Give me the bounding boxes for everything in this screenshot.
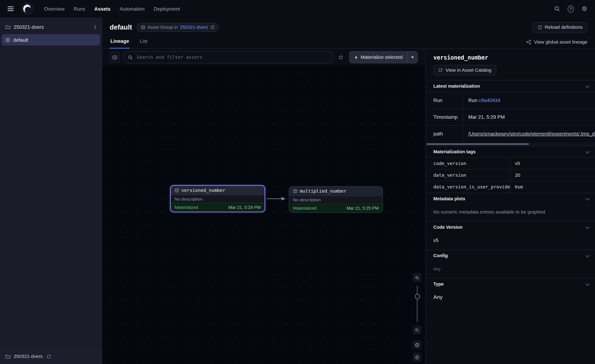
lineage-toolbar: Materialize selected — [102, 49, 425, 66]
external-link-icon — [438, 68, 443, 72]
path-link[interactable]: /Users/smackesey/stm/code/elementl/exper… — [468, 131, 595, 136]
materialize-dropdown-button[interactable] — [407, 52, 418, 63]
asset-node-status: Materialized — [293, 206, 316, 210]
dagster-logo-icon[interactable] — [21, 3, 34, 15]
toggle-sidebar-panel-button[interactable] — [110, 52, 120, 63]
refresh-graph-button[interactable] — [336, 53, 345, 62]
asset-group-badge: Asset Group in 250321-dvers — [137, 23, 219, 32]
table-row: code_version v5 — [426, 157, 595, 169]
chevron-down-icon — [585, 84, 589, 88]
tab-lineage[interactable]: Lineage — [110, 38, 130, 49]
section-materialization-tags[interactable]: Materialization tags — [426, 146, 595, 157]
tab-list[interactable]: List — [139, 38, 148, 49]
reload-definitions-button[interactable]: Reload definitions — [532, 22, 588, 33]
reload-icon — [537, 25, 542, 30]
view-global-lineage-label: View global asset lineage — [534, 39, 588, 45]
settings-button[interactable]: ⚙ — [579, 3, 590, 14]
lineage-edge — [102, 66, 425, 364]
refresh-icon — [338, 54, 343, 60]
materialize-selected-label: Materialize selected — [361, 55, 403, 60]
menu-button[interactable] — [5, 3, 16, 14]
graph-settings-button[interactable]: ⚙ — [412, 340, 422, 349]
search-icon — [554, 6, 560, 12]
nav-item-runs[interactable]: Runs — [74, 6, 85, 12]
asset-table-icon — [293, 189, 298, 193]
asset-node-timestamp: Mar 21, 5:29 PM — [228, 205, 261, 210]
lineage-canvas[interactable]: versioned_number No description Material… — [102, 66, 425, 364]
asset-node-multiplied-number[interactable]: multiplied_number No description Materia… — [289, 186, 383, 213]
sidebar-group-count: 1 — [94, 24, 96, 29]
latest-materialization-table: Run Run c9a40434 Timestamp Mar 21, 5:29 … — [426, 92, 595, 142]
chevron-down-icon — [585, 149, 589, 153]
view-tabs: Lineage List View global asset lineage — [102, 34, 595, 49]
sidebar-item-default[interactable]: default — [1, 34, 100, 45]
sidebar-group-label: 250321-dvers — [14, 24, 44, 30]
table-row-timestamp: Timestamp Mar 21, 5:29 PM — [426, 108, 595, 125]
top-nav: Overview Runs Assets Automation Deployme… — [0, 0, 595, 17]
zoom-slider[interactable] — [412, 286, 422, 322]
view-in-asset-catalog-button[interactable]: View in Asset Catalog — [433, 65, 496, 76]
page-title: default — [110, 23, 132, 31]
asset-search-input[interactable] — [136, 54, 328, 60]
search-icon — [128, 55, 133, 60]
section-config[interactable]: Config — [426, 250, 595, 261]
help-button[interactable]: ? — [566, 3, 576, 14]
nav-item-assets[interactable]: Assets — [94, 6, 111, 12]
panel-horizontal-scrollbar[interactable] — [426, 143, 595, 146]
view-in-asset-catalog-label: View in Asset Catalog — [446, 68, 491, 73]
zoom-out-button[interactable] — [412, 325, 422, 335]
lightning-icon — [354, 55, 358, 60]
refresh-icon[interactable] — [46, 354, 51, 359]
type-value: Any — [433, 294, 443, 300]
search-button[interactable] — [552, 3, 562, 14]
panel-toggle-icon — [112, 54, 117, 60]
app-root: Overview Runs Assets Automation Deployme… — [0, 0, 595, 364]
main-nav: Overview Runs Assets Automation Deployme… — [44, 6, 180, 12]
section-type[interactable]: Type — [426, 278, 595, 290]
chevron-down-icon — [411, 56, 414, 58]
table-row-run: Run Run c9a40434 — [426, 92, 595, 108]
table-row-path: path /Users/smackesey/stm/code/elementl/… — [426, 125, 595, 142]
section-latest-materialization[interactable]: Latest materialization — [426, 80, 595, 92]
zoom-slider-handle[interactable] — [415, 294, 420, 299]
chevron-down-icon — [585, 196, 589, 200]
badge-group-link[interactable]: 250321-dvers — [180, 25, 208, 30]
scrollbar-thumb[interactable] — [426, 143, 529, 145]
section-code-version[interactable]: Code Version — [426, 221, 595, 233]
nav-item-automation[interactable]: Automation — [120, 6, 145, 12]
zoom-controls: ⚙ — [412, 273, 422, 362]
zoom-in-button[interactable] — [412, 273, 422, 282]
reload-definitions-label: Reload definitions — [545, 25, 582, 30]
chevron-down-icon — [585, 224, 589, 229]
asset-search[interactable] — [124, 51, 332, 63]
hamburger-icon — [8, 7, 14, 11]
section-metadata-plots[interactable]: Metadata plots — [426, 193, 595, 204]
sidebar-group-row[interactable]: 250321-dvers 1 — [0, 21, 102, 34]
materialize-selected-button[interactable]: Materialize selected — [349, 51, 418, 63]
asset-node-versioned-number[interactable]: versioned_number No description Material… — [170, 185, 265, 212]
materialization-tags-table: code_version v5 data_version 20 data_ver… — [426, 157, 595, 193]
help-icon: ? — [568, 5, 574, 12]
page-header: default Asset Group in 250321-dvers — [102, 17, 595, 34]
zoom-out-icon — [415, 327, 419, 333]
asset-node-timestamp: Mar 21, 5:25 PM — [347, 206, 379, 210]
nav-item-deployment[interactable]: Deployment — [154, 6, 180, 12]
sidebar-footer: 250321-dvers — [0, 349, 102, 364]
run-id-link[interactable]: c9a40434 — [479, 98, 500, 103]
feedback-button[interactable] — [412, 353, 422, 362]
asset-node-name: versioned_number — [181, 188, 225, 193]
timestamp-value: Mar 21, 5:29 PM — [463, 109, 595, 125]
chevron-down-icon — [585, 281, 589, 286]
nav-item-overview[interactable]: Overview — [44, 6, 65, 12]
asset-detail-panel: versioned_number View in Asset Catalog L… — [425, 49, 595, 364]
asset-sidebar: 250321-dvers 1 default 250321-dvers — [0, 17, 102, 364]
run-prefix: Run — [468, 98, 477, 103]
table-row: data_version 20 — [426, 169, 595, 181]
sidebar-footer-label: 250321-dvers — [14, 354, 43, 359]
view-global-lineage-link[interactable]: View global asset lineage — [526, 39, 588, 49]
refresh-icon[interactable] — [210, 25, 215, 29]
panel-asset-title: versioned_number — [433, 54, 588, 61]
metadata-plots-empty-message: No numeric metadata entries available to… — [433, 209, 546, 215]
asset-node-description: No description — [171, 195, 264, 203]
asset-group-icon — [5, 37, 10, 42]
